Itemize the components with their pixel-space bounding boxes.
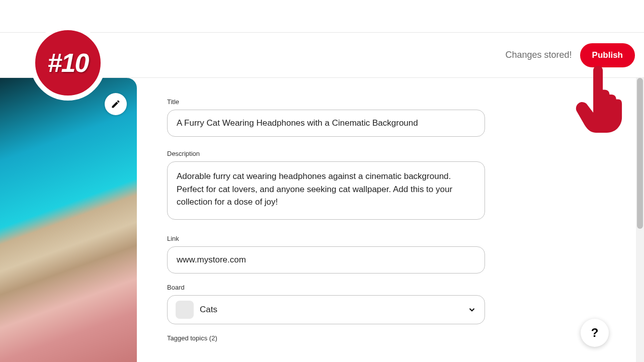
description-label: Description	[167, 150, 489, 157]
link-label: Link	[167, 235, 489, 242]
pencil-icon	[111, 99, 121, 109]
scroll-thumb[interactable]	[637, 78, 643, 229]
step-badge: #10	[30, 25, 106, 101]
description-group: Description Adorable furry cat wearing h…	[167, 150, 489, 222]
chevron-down-icon	[467, 305, 476, 314]
edit-image-button[interactable]	[105, 93, 127, 115]
tagged-group: Tagged topics (2)	[167, 334, 489, 342]
help-button[interactable]: ?	[581, 319, 609, 347]
board-name: Cats	[200, 305, 461, 315]
link-group: Link	[167, 235, 489, 274]
pointer-hand-icon	[575, 65, 623, 135]
title-input[interactable]	[167, 110, 485, 137]
badge-text: #10	[48, 48, 89, 78]
image-panel	[0, 78, 137, 362]
board-select[interactable]: Cats	[167, 295, 485, 324]
form-panel: Title Description Adorable furry cat wea…	[137, 78, 489, 362]
top-strip	[0, 0, 644, 33]
board-label: Board	[167, 284, 489, 291]
tagged-label: Tagged topics (2)	[167, 334, 489, 342]
title-group: Title	[167, 98, 489, 137]
content-area: Title Description Adorable furry cat wea…	[0, 78, 644, 362]
status-text: Changes stored!	[506, 50, 572, 60]
link-input[interactable]	[167, 246, 485, 274]
board-thumbnail	[176, 301, 194, 319]
pin-image	[0, 78, 137, 362]
description-input[interactable]: Adorable furry cat wearing headphones ag…	[167, 161, 485, 220]
publish-button[interactable]: Publish	[580, 43, 635, 67]
scrollbar[interactable]	[636, 78, 644, 362]
title-label: Title	[167, 98, 489, 106]
board-group: Board Cats	[167, 284, 489, 324]
